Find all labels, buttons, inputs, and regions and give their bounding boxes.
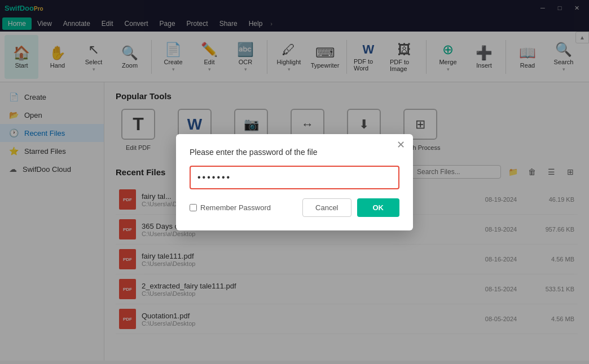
- dialog-close-button[interactable]: ✕: [397, 140, 405, 150]
- dialog-overlay: ✕ Please enter the password of the file …: [0, 0, 589, 364]
- dialog-options: Remember Password Cancel OK: [190, 198, 399, 217]
- remember-password-checkbox[interactable]: [190, 204, 197, 211]
- dialog-prompt: Please enter the password of the file: [190, 148, 399, 157]
- dialog-buttons: Cancel OK: [302, 198, 399, 217]
- password-input[interactable]: [190, 166, 399, 189]
- ok-button[interactable]: OK: [357, 198, 400, 217]
- remember-password-label[interactable]: Remember Password: [190, 203, 271, 212]
- cancel-button[interactable]: Cancel: [302, 198, 351, 217]
- password-dialog: ✕ Please enter the password of the file …: [176, 134, 413, 230]
